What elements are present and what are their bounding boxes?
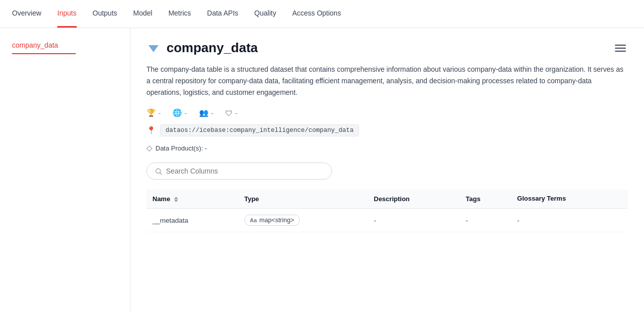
cell-description: - [368, 209, 459, 232]
data-product-row: ◇ Data Product(s): - [146, 143, 628, 152]
sidebar-item-company-data[interactable]: company_data [0, 36, 130, 59]
domain-value: - [185, 109, 187, 117]
table-icon [146, 41, 160, 55]
nav-item-overview[interactable]: Overview [12, 0, 41, 28]
uri-icon: 📍 [146, 126, 156, 135]
nav-item-model[interactable]: Model [133, 0, 152, 28]
globe-icon: 🌐 [173, 108, 182, 117]
nav-item-data-apis[interactable]: Data APIs [207, 0, 238, 28]
nav-item-quality[interactable]: Quality [254, 0, 276, 28]
meta-owners: 👥 - [199, 108, 213, 117]
table-row: __metadata Aa map<string> - - - [146, 209, 628, 232]
search-input[interactable] [166, 167, 324, 175]
columns-table: Name Type Description Tags [146, 190, 628, 232]
meta-domain: 🌐 - [173, 108, 187, 117]
uri-row: 📍 dataos://icebase:company_intelligence/… [146, 124, 628, 136]
top-nav: Overview Inputs Outputs Model Metrics Da… [0, 0, 644, 28]
cell-type: Aa map<string> [238, 209, 368, 232]
search-input-box[interactable] [146, 163, 332, 180]
tier-value: - [158, 109, 160, 117]
meta-tier: 🏆 - [146, 108, 160, 117]
uri-value[interactable]: dataos://icebase:company_intelligence/co… [160, 124, 359, 136]
main-content: company_data The company-data table is a… [130, 28, 644, 312]
search-wrap [146, 163, 628, 180]
sidebar: company_data [0, 28, 130, 312]
menu-button[interactable] [613, 43, 628, 54]
people-icon: 👥 [199, 108, 209, 117]
classification-value: - [235, 109, 237, 117]
nav-item-inputs[interactable]: Inputs [57, 0, 76, 28]
table-description: The company-data table is a structured d… [146, 64, 628, 98]
meta-classification: 🛡 - [225, 109, 237, 117]
cell-glossary: - [511, 209, 628, 232]
tier-icon: 🏆 [146, 108, 156, 117]
sort-icon-name [174, 197, 178, 202]
layout: company_data company_data The company-da… [0, 28, 644, 312]
shield-icon: 🛡 [225, 109, 233, 117]
cell-tags: - [460, 209, 511, 232]
diamond-icon: ◇ [146, 143, 152, 152]
page-title: company_data [167, 40, 258, 56]
th-type: Type [238, 190, 368, 208]
data-product-label: Data Product(s): - [155, 144, 207, 152]
nav-item-metrics[interactable]: Metrics [169, 0, 191, 28]
svg-marker-0 [148, 45, 158, 52]
search-icon [155, 168, 162, 175]
th-tags: Tags [460, 190, 511, 208]
title-left: company_data [146, 40, 258, 56]
owners-value: - [211, 109, 213, 117]
aa-icon: Aa [250, 217, 257, 223]
type-value: map<string> [259, 217, 294, 224]
table-header: Name Type Description Tags [146, 190, 628, 208]
th-description: Description [368, 190, 459, 208]
svg-line-2 [160, 173, 162, 175]
meta-row: 🏆 - 🌐 - 👥 - 🛡 - [146, 108, 628, 117]
th-glossary-terms: Glossary Terms [511, 190, 628, 208]
nav-item-outputs[interactable]: Outputs [93, 0, 117, 28]
table-body: __metadata Aa map<string> - - - [146, 209, 628, 232]
cell-name: __metadata [146, 209, 238, 232]
nav-item-access-options[interactable]: Access Options [292, 0, 341, 28]
th-name[interactable]: Name [146, 190, 238, 208]
title-row: company_data [146, 40, 628, 56]
type-badge: Aa map<string> [244, 215, 300, 226]
